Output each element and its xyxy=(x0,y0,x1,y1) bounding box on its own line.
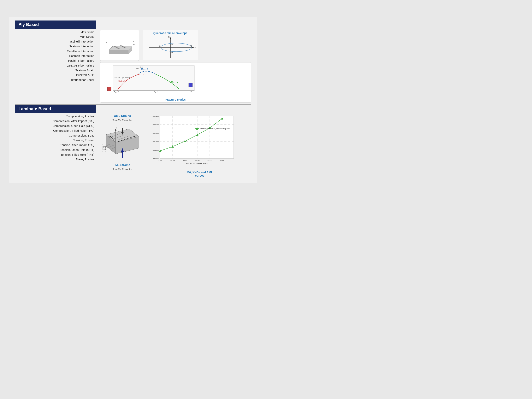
svg-text:20.00: 20.00 xyxy=(158,160,162,162)
svg-rect-30 xyxy=(189,83,192,87)
svg-text:Xc: Xc xyxy=(159,45,162,47)
svg-text:y: y xyxy=(136,134,137,137)
svg-marker-1 xyxy=(109,50,128,54)
svg-text:σ₂: σ₂ xyxy=(190,91,192,93)
laminate-3d-svg: y x z k=1 k=2 k=3 k=4 xyxy=(100,123,145,162)
list-item: Tsai-Hill Interaction xyxy=(15,39,96,44)
laminate-list: Compression, Pristine Compression, After… xyxy=(15,113,96,162)
list-item: Tension, Pristine xyxy=(15,138,96,143)
ply-images-row: τ₁₃ τ₂ τ₁ Quadratic failure envelope xyxy=(100,30,251,61)
chart-caption: %0, %45s and AML curves xyxy=(149,171,251,177)
fracture-modes-svg: Mode C Mode B Mode A -R_⊥c R_⊥t σ₂ τ₂₁c … xyxy=(101,64,206,96)
svg-text:τ₁: τ₁ xyxy=(106,41,108,44)
list-item: Compression, BVID xyxy=(15,133,96,138)
composite-sketch-svg: τ₁₃ τ₂ τ₁ xyxy=(101,31,138,60)
laminate-based-title: Laminate Based xyxy=(19,106,51,111)
ply-list: Max Strain Max Stress Tsai-Hill Interact… xyxy=(15,29,96,82)
svg-text:Yc: Yc xyxy=(171,51,173,54)
chart-caption-line2: curves xyxy=(195,174,204,177)
svg-text:-R_⊥c: -R_⊥c xyxy=(114,91,119,93)
laminate-visuals: OML Strains e-45, e0, e+45, e90 xyxy=(96,113,251,177)
svg-text:44.00: 44.00 xyxy=(183,160,187,162)
list-item: Compression, Open Hole (OHC) xyxy=(15,124,96,128)
aml-chart-svg: 0.005400 0.005200 0.005000 0.004800 0.00… xyxy=(149,114,238,168)
laminate-content-row: Compression, Pristine Compression, After… xyxy=(15,113,251,177)
svg-text:80.00: 80.00 xyxy=(220,160,224,162)
main-container: Ply Based Max Strain Max Stress Tsai-Hil… xyxy=(9,17,257,183)
svg-text:z: z xyxy=(116,127,117,129)
svg-text:0.005400: 0.005400 xyxy=(152,115,159,117)
svg-text:σ₁₁: σ₁₁ xyxy=(194,46,196,49)
svg-text:56.00: 56.00 xyxy=(195,160,199,162)
list-item: Max Stress xyxy=(15,34,96,39)
strains-sketch: OML Strains e-45, e0, e+45, e90 xyxy=(100,114,145,172)
iml-strains-label: IML Strains xyxy=(114,163,130,166)
svg-text:Mode B: Mode B xyxy=(141,68,148,70)
list-item: LaRC03 Fiber Failure xyxy=(15,63,96,68)
svg-text:τ₂: τ₂ xyxy=(133,43,135,46)
list-item: Max Strain xyxy=(15,30,96,35)
aml-chart-container: 0.005400 0.005200 0.005000 0.004800 0.00… xyxy=(149,114,251,177)
svg-text:|α₀|: |α₀| xyxy=(140,66,143,68)
fracture-modes-label: Fracture modes xyxy=(101,98,250,101)
svg-text:0.005000: 0.005000 xyxy=(152,132,159,134)
svg-text:R_⊥t: R_⊥t xyxy=(154,91,158,93)
list-item: Puck 2D & 3D xyxy=(15,73,96,77)
svg-text:0.005200: 0.005200 xyxy=(152,124,159,126)
svg-marker-11 xyxy=(192,47,194,48)
list-item: Tension, Filled Hole (FHT) xyxy=(15,152,96,157)
svg-text:Xt: Xt xyxy=(190,45,192,47)
fracture-modes-box: Mode C Mode B Mode A -R_⊥c R_⊥t σ₂ τ₂₁c … xyxy=(100,62,251,102)
svg-rect-60 xyxy=(160,116,234,158)
svg-text:σ₂₂: σ₂₂ xyxy=(168,36,171,38)
chart-caption-line1: %0, %45s and AML xyxy=(187,171,213,174)
envelope-title: Quadratic failure envelope xyxy=(145,32,196,35)
oml-strains-label: OML Strains xyxy=(114,114,131,117)
ply-based-title: Ply Based xyxy=(19,22,39,27)
list-item: Hashin Fiber Failure xyxy=(15,58,96,63)
svg-text:Mode A: Mode A xyxy=(171,81,178,83)
list-item: Tension, Open Hole (OHT) xyxy=(15,148,96,152)
svg-rect-29 xyxy=(107,87,111,91)
list-item: Tension, After Impact (TAI) xyxy=(15,143,96,148)
svg-text:Percent "45" Degree Fibers: Percent "45" Degree Fibers xyxy=(186,163,208,165)
list-item: Interlaminar Shear xyxy=(15,77,96,82)
svg-text:x: x xyxy=(108,133,109,135)
svg-marker-50 xyxy=(115,129,116,131)
svg-text:0.004400: 0.004400 xyxy=(152,158,159,159)
svg-text:0.004600: 0.004600 xyxy=(152,149,159,151)
svg-text:0.004800: 0.004800 xyxy=(152,141,159,143)
svg-text:32.00: 32.00 xyxy=(170,160,175,162)
iml-strains-sub: e-45, e0, e+45, e90 xyxy=(112,167,132,171)
list-item: Compression, After Impact (CAI) xyxy=(15,119,96,124)
list-item: Tsai-Wu Interaction xyxy=(15,44,96,49)
list-item: Shear, Pristine xyxy=(15,157,96,162)
composite-sketch: τ₁₃ τ₂ τ₁ xyxy=(100,30,139,61)
svg-text:k=1: k=1 xyxy=(102,144,106,146)
list-item: Compression, Filled Hole (FHC) xyxy=(15,128,96,133)
list-item: Compression, Pristine xyxy=(15,114,96,119)
list-item: Tsai-Wu Strain xyxy=(15,68,96,73)
oml-strains-sub: e-45, e0, e+45, e90 xyxy=(112,118,132,122)
ply-based-header: Ply Based xyxy=(15,20,96,29)
svg-marker-12 xyxy=(170,38,171,39)
list-item: Hoffman Interaction xyxy=(15,54,96,58)
svg-text:τ₁₃: τ₁₃ xyxy=(133,40,135,43)
svg-text:k=4: k=4 xyxy=(102,151,106,152)
envelope-svg: σ₂₂ σ₁₁ Xc Xt Yt Yc xyxy=(145,36,196,59)
svg-text:θfp: θfp xyxy=(136,68,139,70)
svg-text:Mode C: Mode C xyxy=(118,80,125,82)
svg-text:k=3: k=3 xyxy=(102,148,106,150)
svg-text:68.00: 68.00 xyxy=(207,160,212,162)
list-item: Tsai-Hahn Interaction xyxy=(15,49,96,54)
svg-text:Yt: Yt xyxy=(171,43,173,45)
ply-content-row: Max Strain Max Stress Tsai-Hill Interact… xyxy=(15,29,251,102)
svg-text:Strain: Compression, Open Hole: Strain: Compression, Open Hole (OHC) xyxy=(200,128,230,130)
svg-text:k=2: k=2 xyxy=(102,146,106,148)
failure-envelope-box: Quadratic failure envelope σ₂₂ σ₁₁ X xyxy=(143,30,198,61)
laminate-based-header: Laminate Based xyxy=(15,105,96,113)
svg-text:τ₂₁c = R⊥∥√1+2p⊥∥: τ₂₁c = R⊥∥√1+2p⊥∥ xyxy=(114,76,130,78)
ply-visuals: τ₁₃ τ₂ τ₁ Quadratic failure envelope xyxy=(96,29,251,102)
